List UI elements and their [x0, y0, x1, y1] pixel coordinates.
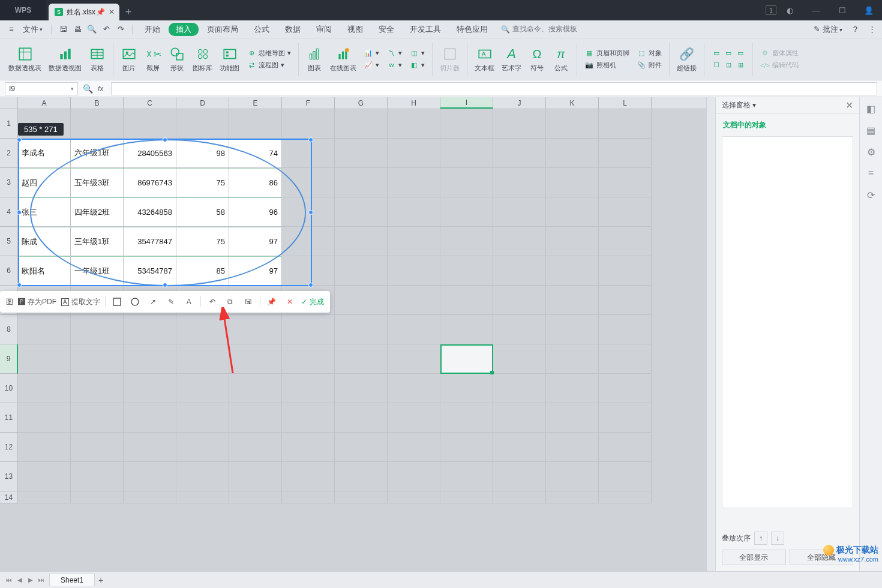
handle-s[interactable] — [163, 283, 167, 287]
shapes-button[interactable]: 形状 — [166, 46, 188, 73]
objects-listbox[interactable] — [722, 136, 853, 508]
header-footer-button[interactable]: ▦页眉和页脚 — [584, 49, 629, 58]
mini-chart-1[interactable]: 📊▾ — [364, 49, 379, 58]
row-5[interactable]: 5 — [0, 227, 18, 256]
col-H[interactable]: H — [388, 97, 440, 109]
text-tool[interactable]: A — [182, 295, 196, 308]
ellipse-tool[interactable] — [128, 295, 142, 308]
tab-features[interactable]: 特色应用 — [449, 23, 495, 36]
table-button[interactable]: 表格 — [86, 46, 108, 73]
undo-tool[interactable]: ↶ — [206, 295, 219, 308]
zorder-down[interactable]: ↓ — [771, 532, 784, 545]
sheet-nav-next[interactable]: ▶ — [25, 575, 36, 586]
hyperlink-button[interactable]: 🔗 超链接 — [674, 46, 699, 73]
col-J[interactable]: J — [493, 97, 546, 109]
attachment-button[interactable]: 📎附件 — [637, 61, 662, 70]
side-backup-icon[interactable]: ⟳ — [865, 188, 878, 202]
row-2[interactable]: 2 — [0, 139, 18, 168]
col-C[interactable]: C — [124, 97, 176, 109]
col-D[interactable]: D — [176, 97, 229, 109]
side-pane-icon[interactable]: ◧ — [865, 102, 878, 115]
fx-icon[interactable]: fx — [98, 85, 106, 93]
cancel-button[interactable]: ✕ — [283, 295, 296, 308]
mini-chart-6[interactable]: ◧▾ — [409, 61, 425, 70]
show-all-button[interactable]: 全部显示 — [722, 550, 786, 565]
tab-insert[interactable]: 插入 — [169, 23, 199, 36]
redo-icon[interactable]: ↷ — [114, 23, 127, 36]
handle-sw[interactable] — [17, 283, 22, 287]
document-tab[interactable]: S 姓名.xlsx 📌 ✕ — [49, 4, 119, 20]
tab-review[interactable]: 审阅 — [309, 23, 339, 36]
annotate-button[interactable]: ✎ 批注▾ — [814, 24, 842, 35]
camera-button[interactable]: 📷照相机 — [584, 61, 629, 70]
tab-layout[interactable]: 页面布局 — [200, 23, 245, 36]
side-layers-icon[interactable]: ≡ — [865, 167, 878, 180]
image-button[interactable]: 图片 — [118, 46, 140, 73]
add-sheet-button[interactable]: + — [98, 575, 103, 585]
pen-tool[interactable]: ✎ — [164, 295, 178, 308]
col-L[interactable]: L — [599, 97, 652, 109]
save-icon[interactable]: 🖫 — [56, 23, 70, 36]
screenshot-button[interactable]: ✂ 截屏 — [142, 46, 164, 73]
mini-chart-2[interactable]: 📈▾ — [364, 61, 379, 70]
iconlib-button[interactable]: 图标库 — [190, 46, 215, 73]
zorder-up[interactable]: ↑ — [754, 532, 767, 545]
tab-devtools[interactable]: 开发工具 — [403, 23, 448, 36]
formula-input[interactable] — [111, 82, 877, 95]
handle-w[interactable] — [17, 210, 22, 215]
funcchart-button[interactable]: 功能图 — [217, 46, 242, 73]
flowchart-button[interactable]: ⇄流程图 ▾ — [247, 61, 291, 70]
pivot-table-button[interactable]: 数据透视表 — [6, 46, 44, 73]
help-button[interactable]: ? — [853, 25, 857, 34]
tab-security[interactable]: 安全 — [371, 23, 401, 36]
mini-chart-3[interactable]: 〽▾ — [386, 49, 402, 58]
row-1[interactable]: 1 — [0, 109, 18, 139]
undo-icon[interactable]: ↶ — [100, 23, 113, 36]
extract-text-button[interactable]: A提取文字 — [61, 297, 100, 307]
notification-badge[interactable]: 1 — [766, 5, 776, 15]
search-box[interactable]: 🔍 查找命令、搜索模板 — [501, 24, 577, 34]
handle-se[interactable] — [308, 283, 313, 287]
hamburger-icon[interactable]: ≡ — [5, 23, 18, 36]
col-E[interactable]: E — [229, 97, 282, 109]
handle-ne[interactable] — [308, 137, 313, 142]
tab-close-icon[interactable]: ✕ — [109, 8, 115, 16]
row-6[interactable]: 6 — [0, 256, 18, 286]
shot-first[interactable]: 图 — [6, 297, 13, 307]
object-button[interactable]: ⬚对象 — [637, 49, 662, 58]
preview-icon[interactable]: 🔍 — [85, 23, 98, 36]
tab-pin-icon[interactable]: 📌 — [96, 8, 105, 16]
copy-tool[interactable]: ⧉ — [224, 295, 237, 308]
mini-chart-5[interactable]: ◫▾ — [409, 49, 425, 58]
row-3[interactable]: 3 — [0, 168, 18, 197]
corner-selectall[interactable] — [0, 97, 18, 109]
file-menu-button[interactable]: 文件▾ — [19, 24, 46, 35]
panel-close-icon[interactable]: ✕ — [845, 100, 853, 111]
save-tool[interactable]: 🖫 — [242, 295, 255, 308]
chart-button[interactable]: 图表 — [304, 46, 325, 73]
user-icon[interactable]: 👤 — [856, 0, 882, 20]
row-9[interactable]: 9 — [0, 344, 18, 374]
form-row-2[interactable]: ☐⊡⊞ — [712, 61, 745, 70]
side-config-icon[interactable]: ⚙ — [865, 145, 878, 158]
wordart-button[interactable]: A 艺术字 — [499, 46, 524, 73]
handle-n[interactable] — [163, 137, 167, 142]
equation-button[interactable]: π 公式 — [550, 46, 572, 73]
row-4[interactable]: 4 — [0, 197, 18, 227]
done-button[interactable]: ✓ 完成 — [301, 297, 324, 307]
rect-tool[interactable] — [110, 295, 124, 308]
tab-data[interactable]: 数据 — [278, 23, 308, 36]
col-F[interactable]: F — [282, 97, 335, 109]
col-A[interactable]: A — [18, 97, 71, 109]
print-icon[interactable]: 🖶 — [71, 23, 84, 36]
handle-nw[interactable] — [17, 137, 22, 142]
mini-chart-4[interactable]: ᴡ▾ — [386, 61, 402, 70]
tab-view[interactable]: 视图 — [340, 23, 370, 36]
col-K[interactable]: K — [546, 97, 599, 109]
col-G[interactable]: G — [335, 97, 388, 109]
arrow-tool[interactable]: ↗ — [146, 295, 160, 308]
cell-reference-box[interactable]: I9▾ — [5, 82, 78, 95]
col-B[interactable]: B — [71, 97, 124, 109]
symbol-button[interactable]: Ω 符号 — [526, 46, 548, 73]
handle-e[interactable] — [308, 210, 313, 215]
